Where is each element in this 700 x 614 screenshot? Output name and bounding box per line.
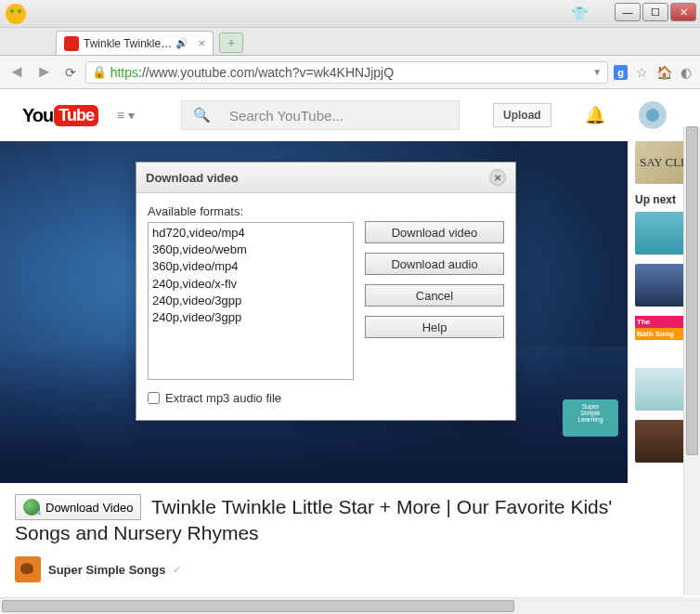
channel-name[interactable]: Super Simple Songs xyxy=(48,563,165,577)
tab-bar: Twinkle Twinkle Little S 🔊 × + xyxy=(0,28,700,56)
scrollbar-thumb[interactable] xyxy=(2,600,514,612)
maximize-button[interactable]: ☐ xyxy=(642,3,668,21)
format-option[interactable]: 240p,video/x-flv xyxy=(150,276,351,293)
tab-title: Twinkle Twinkle Little S xyxy=(84,37,172,50)
guide-button[interactable]: ≡ ▾ xyxy=(113,104,138,126)
extract-mp3-row[interactable]: Extract mp3 audio file xyxy=(148,391,354,405)
back-button[interactable]: ◄ xyxy=(6,62,28,82)
channel-row: Super Simple Songs ✓ xyxy=(15,556,613,582)
youtube-favicon xyxy=(64,36,79,51)
upload-button[interactable]: Upload xyxy=(493,103,551,127)
video-info: Download Video Twinkle Twinkle Little St… xyxy=(0,483,628,594)
extension-icon[interactable]: 👕 xyxy=(571,6,589,22)
download-video-button[interactable]: Download Video xyxy=(15,494,141,520)
star-icon[interactable]: ☆ xyxy=(633,64,650,81)
formats-label: Available formats: xyxy=(148,204,354,218)
download-audio-action[interactable]: Download audio xyxy=(365,253,504,275)
address-bar[interactable]: 🔒 https://www.youtube.com/watch?v=wk4KHN… xyxy=(85,61,609,84)
search-icon: 🔍 xyxy=(193,107,211,124)
download-dialog: Download video ✕ Available formats: hd72… xyxy=(136,162,516,421)
horizontal-scrollbar[interactable] xyxy=(0,597,683,614)
reload-button[interactable]: ⟳ xyxy=(61,65,80,80)
search-engine-icon[interactable]: g xyxy=(614,65,628,80)
download-video-action[interactable]: Download video xyxy=(365,221,504,243)
youtube-header: You Tube ≡ ▾ 🔍 Search YouTube... Upload … xyxy=(0,89,700,141)
globe-download-icon xyxy=(23,499,40,516)
channel-avatar[interactable] xyxy=(15,556,41,582)
window-titlebar: 👕 — ☐ ✕ xyxy=(0,0,700,28)
format-option[interactable]: 360p,video/webm xyxy=(150,242,351,258)
account-avatar[interactable] xyxy=(639,101,667,129)
help-button[interactable]: Help xyxy=(365,316,504,338)
notifications-icon[interactable]: 🔔 xyxy=(585,105,605,125)
cancel-button[interactable]: Cancel xyxy=(365,284,504,307)
scrollbar-thumb[interactable] xyxy=(686,126,698,455)
channel-watermark[interactable]: Super Simple Learning xyxy=(563,399,618,437)
toolbar: ◄ ► ⟳ 🔒 https://www.youtube.com/watch?v=… xyxy=(0,56,700,89)
dialog-titlebar[interactable]: Download video ✕ xyxy=(136,163,515,193)
dialog-title: Download video xyxy=(146,171,239,185)
format-option[interactable]: hd720,video/mp4 xyxy=(150,225,351,242)
forward-button[interactable]: ► xyxy=(33,62,56,82)
vertical-scrollbar[interactable] xyxy=(683,126,700,595)
search-input[interactable]: 🔍 Search YouTube... xyxy=(181,100,460,130)
extract-mp3-checkbox[interactable] xyxy=(148,392,160,404)
format-option[interactable]: 240p,video/3gpp xyxy=(150,293,351,309)
new-tab-button[interactable]: + xyxy=(219,33,243,53)
format-option[interactable]: 240p,video/3gpp xyxy=(150,309,351,326)
browser-tab[interactable]: Twinkle Twinkle Little S 🔊 × xyxy=(56,31,214,55)
dialog-close-button[interactable]: ✕ xyxy=(489,169,506,186)
scroll-corner xyxy=(683,597,700,614)
lock-icon: 🔒 xyxy=(92,65,107,79)
browser-icon xyxy=(6,4,26,24)
tab-close-icon[interactable]: × xyxy=(198,36,205,50)
minimize-button[interactable]: — xyxy=(615,3,641,21)
format-option[interactable]: 360p,video/mp4 xyxy=(150,258,351,275)
format-listbox[interactable]: hd720,video/mp4 360p,video/webm 360p,vid… xyxy=(148,222,354,380)
url-path: ://www.youtube.com/watch?v=wk4KHNJjpjQ xyxy=(138,65,394,80)
search-placeholder: Search YouTube... xyxy=(229,108,344,124)
youtube-logo[interactable]: You Tube xyxy=(22,105,98,126)
verified-icon: ✓ xyxy=(173,564,181,576)
url-dropdown-icon[interactable]: ▼ xyxy=(592,67,602,77)
menu-icon[interactable]: ◐ xyxy=(678,64,694,81)
close-window-button[interactable]: ✕ xyxy=(670,3,696,21)
url-protocol: https xyxy=(110,65,138,80)
audio-icon[interactable]: 🔊 xyxy=(175,37,188,49)
home-icon[interactable]: 🏠 xyxy=(655,64,672,81)
